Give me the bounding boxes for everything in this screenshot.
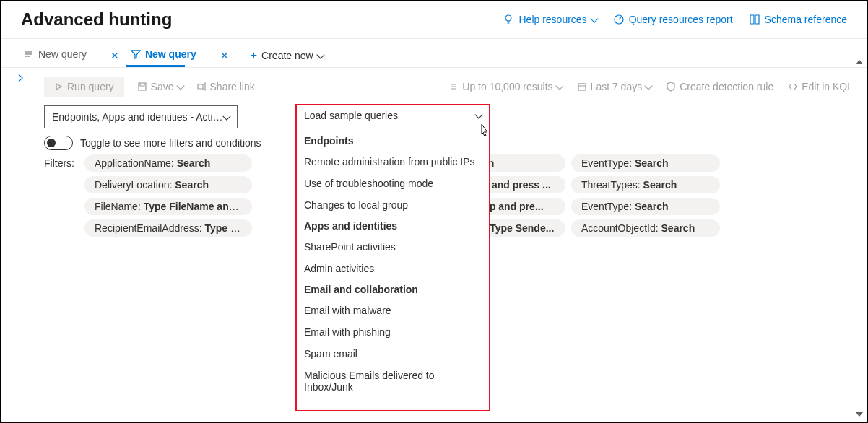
dropdown-section-email: Email and collaboration xyxy=(297,279,489,300)
toolbar-right: Up to 10,000 results Last 7 days Create … xyxy=(448,81,853,92)
tab-new-query-1[interactable]: New query xyxy=(21,44,90,67)
header-actions: Help resources Query resources report Sc… xyxy=(503,14,847,25)
close-tab-2[interactable]: ✕ xyxy=(214,50,235,61)
filter-eventtype-2[interactable]: EventType: Search xyxy=(571,198,720,215)
scroll-down-icon xyxy=(856,412,863,417)
tab-divider xyxy=(97,48,97,63)
dropdown-section-endpoints: Endpoints xyxy=(297,131,489,151)
chevron-down-icon xyxy=(474,110,482,118)
calendar-icon xyxy=(577,82,587,92)
edit-kql-button[interactable]: Edit in KQL xyxy=(788,81,853,92)
book-icon xyxy=(749,14,760,25)
filter-filename[interactable]: FileName: Type FileName and pr... xyxy=(84,198,252,215)
help-resources-link[interactable]: Help resources xyxy=(503,14,596,25)
filter-applicationname[interactable]: ApplicationName: Search xyxy=(84,154,252,172)
query-resources-link[interactable]: Query resources report xyxy=(613,14,733,25)
data-source-value: Endpoints, Apps and identities - Activit… xyxy=(52,111,224,123)
filter-threattypes[interactable]: ThreatTypes: Search xyxy=(571,176,720,193)
dropdown-item-sharepoint[interactable]: SharePoint activities xyxy=(297,236,489,258)
results-limit-dropdown[interactable]: Up to 10,000 results xyxy=(448,81,562,92)
data-source-select[interactable]: Endpoints, Apps and identities - Activit… xyxy=(44,105,238,128)
side-panel-toggle[interactable] xyxy=(1,68,37,414)
save-button[interactable]: Save xyxy=(137,81,183,92)
kql-label: Edit in KQL xyxy=(802,81,853,92)
dropdown-item-admin[interactable]: Admin activities xyxy=(297,258,489,279)
close-tab-1[interactable]: ✕ xyxy=(105,50,125,61)
svg-rect-3 xyxy=(578,84,586,90)
main-panel: Run query Save Share link Up to 10,000 r… xyxy=(37,68,867,414)
play-icon xyxy=(54,82,63,91)
query-icon xyxy=(24,49,34,59)
dropdown-item-malware[interactable]: Email with malware xyxy=(297,300,489,321)
create-new-button[interactable]: + Create new xyxy=(245,45,329,66)
results-label: Up to 10,000 results xyxy=(462,81,552,92)
vertical-scrollbar[interactable] xyxy=(854,58,865,419)
query-tabs: New query ✕ New query ✕ + Create new xyxy=(1,39,867,68)
share-icon xyxy=(196,82,207,92)
share-label: Share link xyxy=(210,81,255,92)
help-resources-label: Help resources xyxy=(518,14,586,25)
sample-queries-select[interactable]: Load sample queries xyxy=(297,105,489,126)
chevron-down-icon xyxy=(645,82,653,90)
dropdown-item-inbox-junk[interactable]: Malicious Emails delivered to Inbox/Junk xyxy=(297,365,489,398)
tab-new-query-2[interactable]: New query xyxy=(128,44,199,67)
tab-divider xyxy=(207,48,207,63)
content-area: Run query Save Share link Up to 10,000 r… xyxy=(1,68,867,414)
share-link-button[interactable]: Share link xyxy=(196,81,255,92)
page-header: Advanced hunting Help resources Query re… xyxy=(1,1,867,39)
filter-icon xyxy=(131,49,141,59)
schema-reference-label: Schema reference xyxy=(765,14,847,25)
filter-recipientemail[interactable]: RecipientEmailAddress: Type Rec... xyxy=(84,219,252,237)
toggle-label: Toggle to see more filters and condition… xyxy=(80,137,261,149)
create-detection-button[interactable]: Create detection rule xyxy=(666,81,773,92)
sample-queries-dropdown: Load sample queries Endpoints Remote adm… xyxy=(295,104,490,411)
sample-queries-value: Load sample queries xyxy=(304,110,398,121)
save-icon xyxy=(137,82,147,92)
dropdown-item-troubleshooting[interactable]: Use of troubleshooting mode xyxy=(297,173,489,194)
query-resources-label: Query resources report xyxy=(629,14,733,25)
list-icon xyxy=(448,82,459,92)
create-new-label: Create new xyxy=(261,50,313,61)
page-title: Advanced hunting xyxy=(21,9,172,30)
chevron-down-icon xyxy=(316,51,324,58)
svg-point-0 xyxy=(505,15,511,21)
filter-eventtype[interactable]: EventType: Search xyxy=(571,154,720,172)
chevron-right-icon xyxy=(14,74,22,82)
filters-label: Filters: xyxy=(44,154,77,241)
schema-reference-link[interactable]: Schema reference xyxy=(749,14,847,25)
detection-label: Create detection rule xyxy=(680,81,773,92)
dropdown-list: Endpoints Remote administration from pub… xyxy=(297,126,489,398)
toolbar-left: Run query Save Share link xyxy=(44,77,255,97)
chevron-down-icon xyxy=(176,82,184,90)
dropdown-item-spam[interactable]: Spam email xyxy=(297,343,489,365)
tab-label: New query xyxy=(38,48,87,60)
gauge-icon xyxy=(613,14,625,25)
chevron-down-icon xyxy=(555,82,563,90)
lightbulb-icon xyxy=(503,14,514,25)
plus-icon: + xyxy=(251,49,257,62)
chevron-down-icon xyxy=(590,14,598,22)
time-range-dropdown[interactable]: Last 7 days xyxy=(577,81,652,92)
time-label: Last 7 days xyxy=(591,81,643,92)
more-filters-toggle[interactable] xyxy=(44,136,73,150)
filter-accountobjectid[interactable]: AccountObjectId: Search xyxy=(571,219,720,237)
code-icon xyxy=(788,82,798,92)
dropdown-item-local-group[interactable]: Changes to local group xyxy=(297,194,489,216)
run-query-label: Run query xyxy=(67,81,114,92)
dropdown-item-remote-admin[interactable]: Remote administration from public IPs xyxy=(297,151,489,173)
tab-label: New query xyxy=(145,48,196,60)
scroll-up-icon xyxy=(856,60,863,64)
save-label: Save xyxy=(151,81,174,92)
run-query-button[interactable]: Run query xyxy=(44,77,124,97)
filter-deliverylocation[interactable]: DeliveryLocation: Search xyxy=(84,176,252,193)
dropdown-item-phishing[interactable]: Email with phishing xyxy=(297,321,489,343)
shield-icon xyxy=(666,82,676,92)
query-toolbar: Run query Save Share link Up to 10,000 r… xyxy=(44,75,853,105)
dropdown-section-apps: Apps and identities xyxy=(297,216,489,236)
